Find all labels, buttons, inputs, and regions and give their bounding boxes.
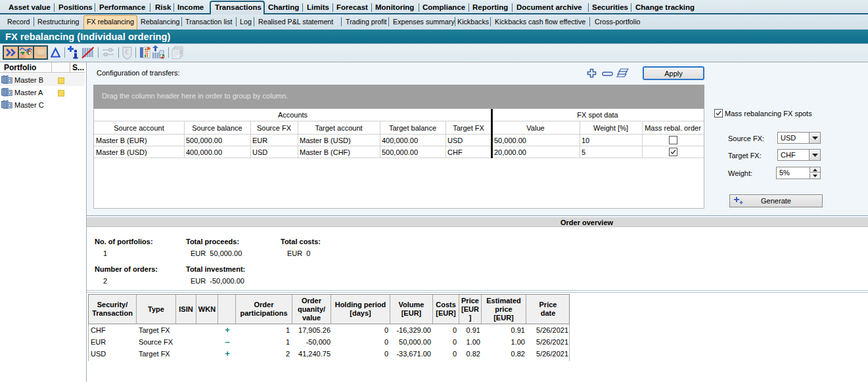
svg-text:€: € (125, 49, 129, 56)
svg-text:€: € (179, 49, 183, 55)
